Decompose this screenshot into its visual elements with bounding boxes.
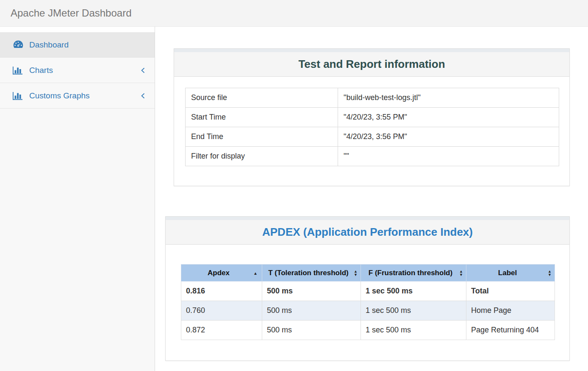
apdex-value-cell: 0.816 xyxy=(181,282,262,301)
apdex-title: APDEX (Application Performance Index) xyxy=(172,226,563,239)
sidebar-item-label: Customs Graphs xyxy=(29,91,90,100)
apdex-header-row: Apdex ▲ T (Toleration threshold) ▲▼ F (F… xyxy=(181,265,555,282)
bar-chart-icon xyxy=(13,66,25,75)
apdex-value-cell: 0.760 xyxy=(181,301,262,321)
sort-icon: ▲▼ xyxy=(459,270,463,276)
toleration-cell: 500 ms xyxy=(262,301,361,321)
info-value: "" xyxy=(338,147,559,166)
chevron-left-icon xyxy=(141,92,145,99)
frustration-cell: 1 sec 500 ms xyxy=(361,282,466,301)
info-label: Source file xyxy=(186,88,338,108)
table-row: 0.816 500 ms 1 sec 500 ms Total xyxy=(181,282,555,301)
sidebar-menu: Dashboard Charts xyxy=(0,32,155,109)
table-row: 0.872 500 ms 1 sec 500 ms Page Returning… xyxy=(181,321,555,340)
column-header-f-frustration-threshold[interactable]: F (Frustration threshold) ▲▼ xyxy=(361,265,466,282)
chevron-left-icon xyxy=(141,67,145,74)
table-row: Filter for display "" xyxy=(186,147,559,166)
sidebar-item-customs-graphs[interactable]: Customs Graphs xyxy=(0,83,155,109)
table-row: 0.760 500 ms 1 sec 500 ms Home Page xyxy=(181,301,555,321)
info-label: Start Time xyxy=(186,108,338,127)
bar-chart-icon xyxy=(13,91,25,100)
apdex-panel: APDEX (Application Performance Index) Ap… xyxy=(165,216,570,361)
sort-ascending-icon: ▲ xyxy=(253,271,258,275)
column-header-label[interactable]: Label ▲▼ xyxy=(466,265,555,282)
info-value: "4/20/23, 3:55 PM" xyxy=(338,108,559,127)
test-info-panel-body: Source file "build-web-test-logs.jtl" St… xyxy=(174,77,569,186)
table-row: End Time "4/20/23, 3:56 PM" xyxy=(186,127,559,147)
apdex-panel-heading: APDEX (Application Performance Index) xyxy=(166,220,569,245)
toleration-cell: 500 ms xyxy=(262,282,361,301)
panel-top-strip xyxy=(166,217,569,220)
frustration-cell: 1 sec 500 ms xyxy=(361,301,466,321)
test-info-table: Source file "build-web-test-logs.jtl" St… xyxy=(185,88,559,166)
column-header-label: Label xyxy=(498,269,517,277)
app-header: Apache JMeter Dashboard xyxy=(0,0,588,27)
panel-top-strip xyxy=(174,49,569,52)
apdex-table: Apdex ▲ T (Toleration threshold) ▲▼ F (F… xyxy=(181,264,555,340)
sidebar-item-charts[interactable]: Charts xyxy=(0,58,155,83)
toleration-cell: 500 ms xyxy=(262,321,361,340)
column-header-label: T (Toleration threshold) xyxy=(268,269,349,277)
apdex-value-cell: 0.872 xyxy=(181,321,262,340)
sort-icon: ▲▼ xyxy=(548,270,552,276)
test-info-title: Test and Report information xyxy=(180,58,563,71)
label-cell: Home Page xyxy=(466,301,555,321)
sort-icon: ▲▼ xyxy=(354,270,358,276)
table-row: Start Time "4/20/23, 3:55 PM" xyxy=(186,108,559,127)
app-title: Apache JMeter Dashboard xyxy=(11,7,132,19)
tachometer-icon xyxy=(13,40,25,50)
apdex-panel-body: Apdex ▲ T (Toleration threshold) ▲▼ F (F… xyxy=(166,245,569,360)
sidebar-spacer xyxy=(0,27,155,32)
label-cell: Total xyxy=(466,282,555,301)
sidebar: Dashboard Charts xyxy=(0,27,155,371)
column-header-label: F (Frustration threshold) xyxy=(369,269,452,277)
info-label: End Time xyxy=(186,127,338,147)
info-value: "build-web-test-logs.jtl" xyxy=(338,88,559,108)
test-info-panel-heading: Test and Report information xyxy=(174,52,569,77)
sidebar-item-label: Dashboard xyxy=(29,40,69,50)
info-label: Filter for display xyxy=(186,147,338,166)
sidebar-item-label: Charts xyxy=(29,66,53,75)
page-layout: Dashboard Charts xyxy=(0,27,588,371)
table-row: Source file "build-web-test-logs.jtl" xyxy=(186,88,559,108)
frustration-cell: 1 sec 500 ms xyxy=(361,321,466,340)
label-cell: Page Returning 404 xyxy=(466,321,555,340)
sidebar-item-dashboard[interactable]: Dashboard xyxy=(0,32,155,58)
column-header-label: Apdex xyxy=(208,269,230,277)
column-header-apdex[interactable]: Apdex ▲ xyxy=(181,265,262,282)
column-header-t-toleration-threshold[interactable]: T (Toleration threshold) ▲▼ xyxy=(262,265,361,282)
test-info-panel: Test and Report information Source file … xyxy=(174,48,570,186)
main-content: Test and Report information Source file … xyxy=(155,27,588,371)
info-value: "4/20/23, 3:56 PM" xyxy=(338,127,559,147)
